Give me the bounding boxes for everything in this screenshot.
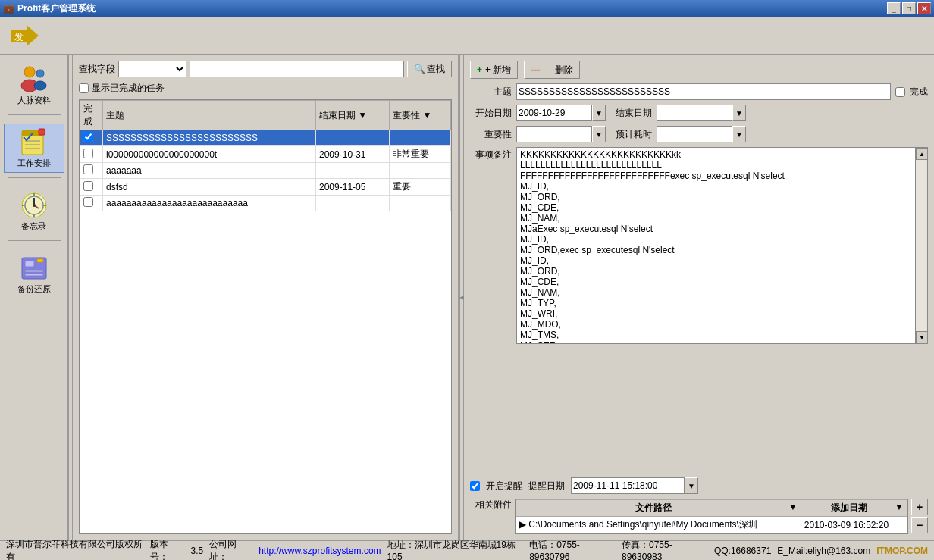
att-col-date: 添加日期 ▼ [801,500,907,517]
website-link[interactable]: http://www.szprofitsystem.com [259,546,381,556]
svg-point-5 [34,81,46,90]
delete-button[interactable]: — — 删除 [524,61,579,79]
time-estimate-group: ▼ [657,126,746,142]
svg-rect-11 [39,129,45,135]
scroll-track[interactable] [916,160,927,331]
sidebar-divider-1 [8,114,61,119]
reminder-date-group: ▼ [571,477,698,494]
minimize-button[interactable]: _ [887,2,901,14]
maximize-button[interactable]: □ [902,2,916,14]
task-done-checkbox[interactable] [83,181,93,191]
end-date-dropdown[interactable]: ▼ [732,105,746,121]
sidebar-label-people: 人脉资料 [17,95,51,106]
title-bar: 💼 Profit客户管理系统 _ □ ✕ [0,0,934,17]
memo-area: ▲ ▼ [516,147,928,344]
task-icon [19,127,49,158]
attachment-section: 相关附件 文件路径 ▼ 添加日期 ▼ [470,499,928,534]
attachment-row[interactable]: ▶ C:\Documents and Settings\qinyufei\My … [516,517,907,533]
reminder-checkbox[interactable] [470,481,480,491]
search-icon: 🔍 [414,64,425,74]
svg-point-16 [33,204,36,207]
end-date-input[interactable] [657,105,732,121]
subject-label: 主题 [470,86,512,99]
sidebar-divider-2 [8,177,61,182]
search-field-label: 查找字段 [79,63,115,76]
send-icon: 发 [11,25,39,46]
task-subject: aaaaaaaaaaaaaaaaaaaaaaaaaaaa [103,196,316,211]
status-bar: 深圳市普尔菲科技有限公司版权所有 版本号： 3.5 公司网址： http://w… [0,540,934,560]
task-subject: SSSSSSSSSSSSSSSSSSSSSSSSS [103,130,316,146]
att-col-path: 文件路径 ▼ [516,500,801,517]
time-estimate-input[interactable] [657,126,732,142]
task-priority [390,196,451,211]
attachment-label: 相关附件 [470,499,512,534]
att-path-dropdown[interactable]: ▼ [788,502,798,512]
sidebar-item-task[interactable]: 工作安排 [4,124,64,173]
search-field-select[interactable] [118,61,186,77]
task-done-checkbox[interactable] [83,164,93,174]
reminder-date-dropdown[interactable]: ▼ [685,477,698,494]
close-button[interactable]: ✕ [917,2,931,14]
priority-label: 重要性 [470,128,512,141]
fax-label: 传真：0755-89630983 [622,539,708,560]
attachment-add-button[interactable]: + [911,499,928,515]
add-button[interactable]: + + 新增 [470,61,518,79]
task-done-checkbox[interactable] [83,149,93,158]
app-icon: 💼 [3,3,14,14]
memo-textarea[interactable] [517,148,927,343]
window-controls: _ □ ✕ [887,2,931,14]
col-priority[interactable]: 重要性 ▼ [390,101,451,130]
task-done-checkbox[interactable] [83,197,93,207]
watermark: ITMOP.COM [876,546,928,556]
task-row[interactable]: aaaaaaa [80,163,451,179]
attachment-buttons: + − [911,499,928,534]
start-date-dropdown[interactable]: ▼ [592,105,606,121]
memo-row: 事项备注 ▲ ▼ [470,147,928,473]
scroll-down-button[interactable]: ▼ [916,331,928,343]
svg-rect-22 [25,261,34,267]
reminder-date-input[interactable] [571,477,685,494]
search-content-input[interactable] [190,61,404,77]
task-list: 完成 主题 结束日期 ▼ 重要性 ▼ SSSSSSSSSSSSSSSSSSSSS… [80,100,451,211]
sidebar-item-memo[interactable]: 备忘录 [4,186,64,236]
task-done-checkbox[interactable] [83,132,93,142]
priority-dropdown[interactable]: ▼ [592,126,606,142]
reminder-label: 开启提醒 [486,480,522,493]
complete-checkbox[interactable] [895,87,905,97]
attachment-table: 文件路径 ▼ 添加日期 ▼ ▶ C:\Documents and Sett [516,499,907,533]
time-estimate-dropdown[interactable]: ▼ [732,126,746,142]
send-button[interactable]: 发 [6,20,44,51]
task-row[interactable]: SSSSSSSSSSSSSSSSSSSSSSSSS [80,130,451,146]
search-button[interactable]: 🔍 查找 [407,61,452,77]
scroll-up-button[interactable]: ▲ [916,148,928,160]
task-row[interactable]: dsfsd 2009-11-05 重要 [80,179,451,196]
col-subject[interactable]: 主题 [103,101,316,130]
subject-row: 主题 完成 [470,83,928,100]
search-bar: 查找字段 🔍 查找 [79,61,452,77]
sidebar-item-backup[interactable]: 备份还原 [4,249,64,299]
task-subject: aaaaaaa [103,163,316,179]
start-date-input[interactable] [516,105,592,121]
memo-scrollbar: ▲ ▼ [915,148,927,343]
address-label: 地址：深圳市龙岗区华南城19栋105 [387,539,524,560]
task-row[interactable]: l000000000000000000000t 2009-10-31 非常重要 [80,146,451,163]
attachment-table-container: 文件路径 ▼ 添加日期 ▼ ▶ C:\Documents and Sett [515,499,908,534]
att-date-dropdown[interactable]: ▼ [895,502,904,512]
show-completed-checkbox[interactable] [79,83,89,93]
sidebar-label-task: 工作安排 [17,158,51,169]
task-row[interactable]: aaaaaaaaaaaaaaaaaaaaaaaaaaaa [80,196,451,211]
col-enddate[interactable]: 结束日期 ▼ [316,101,390,130]
left-panel: 查找字段 🔍 查找 显示已完成的任务 完成 主题 [73,55,459,540]
col-done: 完成 [80,101,103,130]
sidebar-label-memo: 备忘录 [21,221,46,232]
version-label: 版本号： [150,538,185,561]
task-subject: l000000000000000000000t [103,146,316,163]
subject-input[interactable] [516,83,891,100]
task-priority: 重要 [390,179,451,196]
priority-input[interactable] [516,126,592,142]
sidebar-item-people[interactable]: 人脉资料 [4,61,64,110]
right-panel: + + 新增 — — 删除 主题 完成 开始日期 ▼ 结束日期 [464,55,934,540]
attachment-remove-button[interactable]: − [911,517,928,533]
show-completed-row: 显示已完成的任务 [79,82,452,95]
start-date-label: 开始日期 [470,107,512,120]
